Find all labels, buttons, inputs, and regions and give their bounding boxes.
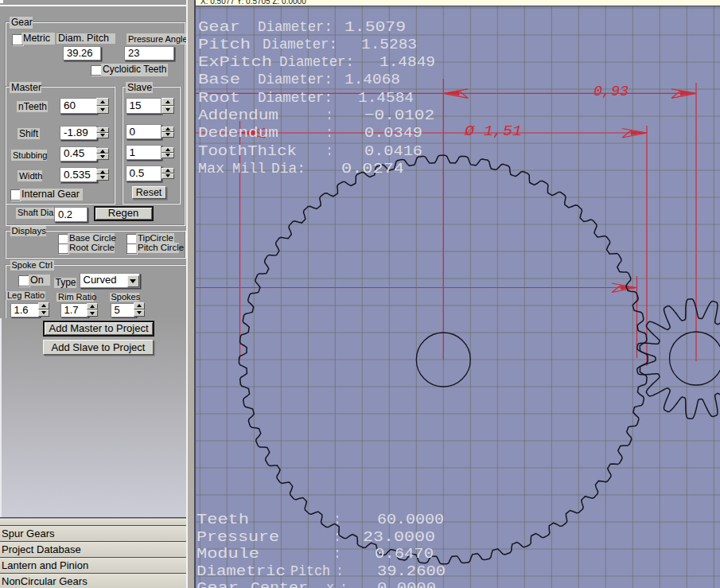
svg-text:X: 0.5077 Y: 0.5705 Z: 0.000: X: 0.5077 Y: 0.5705 Z: 0.0000 xyxy=(200,0,306,6)
svg-text:ExPitchDiameter:1.4849: ExPitchDiameter:1.4849 xyxy=(198,53,435,71)
svg-text:PitchDiameter:1.5283: PitchDiameter:1.5283 xyxy=(198,36,417,53)
svg-text:GearDiameter:1.5079: GearDiameter:1.5079 xyxy=(198,18,406,36)
svg-text:Ø 1,51: Ø 1,51 xyxy=(464,123,522,140)
svg-text:RootDiameter:1.4584: RootDiameter:1.4584 xyxy=(198,89,414,107)
svg-text:DiametricPitch:39.2600: DiametricPitch:39.2600 xyxy=(197,563,446,580)
svg-text:BaseDiameter:1.4068: BaseDiameter:1.4068 xyxy=(198,71,400,88)
svg-text:0,93: 0,93 xyxy=(594,83,629,100)
